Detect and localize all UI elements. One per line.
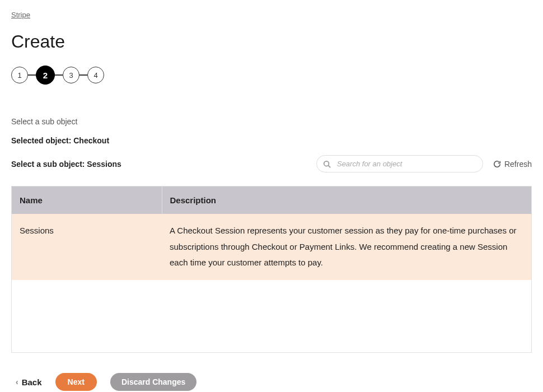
svg-point-0: [324, 161, 329, 166]
search-box: [316, 155, 483, 172]
step-4[interactable]: 4: [87, 67, 104, 83]
instruction-text: Select a sub object: [11, 117, 532, 126]
cell-description: A Checkout Session represents your custo…: [162, 214, 531, 280]
step-2[interactable]: 2: [36, 66, 55, 85]
sub-object-label: Select a sub object: Sessions: [11, 160, 121, 169]
object-table-container: Name Description Sessions A Checkout Ses…: [11, 186, 532, 353]
footer-actions: ‹ Back Next Discard Changes: [11, 373, 532, 391]
table-header-description: Description: [162, 186, 531, 214]
step-connector: [55, 74, 63, 76]
back-button[interactable]: ‹ Back: [16, 377, 42, 387]
search-input[interactable]: [316, 155, 483, 172]
table-header-name: Name: [12, 186, 162, 214]
step-connector: [28, 74, 36, 76]
step-connector: [79, 74, 87, 76]
svg-line-1: [329, 165, 331, 167]
cell-name: Sessions: [12, 214, 162, 280]
chevron-left-icon: ‹: [16, 377, 18, 386]
search-icon: [323, 160, 331, 168]
refresh-icon: [493, 160, 501, 168]
page-title: Create: [11, 31, 532, 52]
discard-button[interactable]: Discard Changes: [110, 373, 196, 391]
step-1[interactable]: 1: [11, 67, 28, 83]
back-label: Back: [22, 377, 42, 387]
refresh-label: Refresh: [504, 160, 532, 169]
selected-object-text: Selected object: Checkout: [11, 136, 532, 145]
table-row[interactable]: Sessions A Checkout Session represents y…: [12, 214, 531, 280]
step-3[interactable]: 3: [63, 67, 79, 83]
refresh-button[interactable]: Refresh: [493, 160, 532, 169]
object-table: Name Description Sessions A Checkout Ses…: [12, 186, 531, 280]
wizard-stepper: 1 2 3 4: [11, 66, 532, 85]
breadcrumb-link[interactable]: Stripe: [11, 11, 30, 19]
next-button[interactable]: Next: [55, 373, 97, 391]
